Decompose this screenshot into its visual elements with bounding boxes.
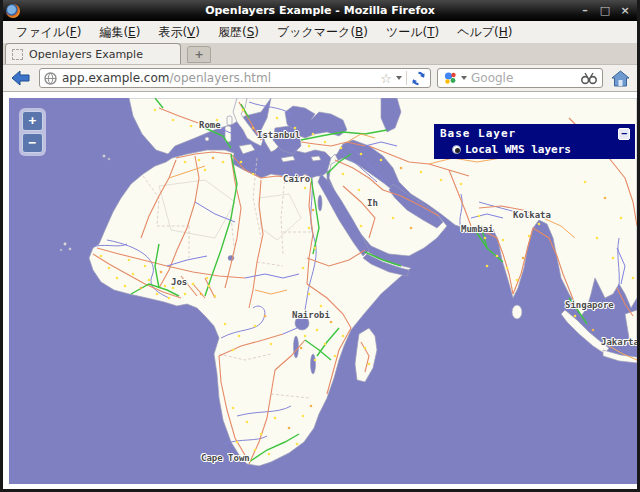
menubar: ファイル(F)編集(E)表示(V)履歴(S)ブックマーク(B)ツール(T)ヘルプ…	[3, 21, 637, 43]
layer-switcher-title: Base Layer	[440, 127, 629, 140]
back-button[interactable]	[9, 68, 33, 88]
new-tab-button[interactable]: +	[187, 46, 211, 63]
firefox-window: Openlayers Example - Mozilla Firefox – □…	[0, 0, 640, 492]
map-label: Rome	[199, 120, 221, 130]
menu-f[interactable]: ファイル(F)	[7, 21, 90, 43]
divider	[406, 71, 407, 85]
layer-row: Local WMS layers	[452, 143, 629, 156]
menu-b[interactable]: ブックマーク(B)	[268, 21, 377, 43]
search-engine-dropdown-icon[interactable]	[461, 76, 467, 80]
layer-list: Local WMS layers	[440, 143, 629, 156]
tab-label: Openlayers Example	[29, 48, 143, 61]
map-label: Jakarta	[601, 337, 637, 347]
map-label: Singapore	[565, 300, 614, 310]
google-icon	[443, 71, 457, 85]
tab-openlayers-example[interactable]: Openlayers Example	[5, 43, 181, 64]
zoom-in-button[interactable]: +	[22, 111, 43, 131]
map-label: Mumbai	[461, 224, 494, 234]
home-button[interactable]	[609, 68, 631, 88]
bookmark-star-icon[interactable]: ☆	[380, 72, 392, 85]
url-path: /openlayers.html	[170, 71, 272, 85]
search-box[interactable]: Google	[437, 68, 603, 88]
back-arrow-icon	[11, 70, 31, 86]
menu-s[interactable]: 履歴(S)	[209, 21, 268, 43]
url-dropdown-icon[interactable]	[396, 76, 402, 80]
zoom-out-button[interactable]: −	[22, 133, 43, 153]
menu-e[interactable]: 編集(E)	[90, 21, 149, 43]
openlayers-map[interactable]: RomeIstanbulCairoIhJosNairobiMumbaiKolka…	[9, 98, 637, 484]
minimize-button[interactable]: –	[578, 0, 592, 21]
map-label: Cape Town	[201, 453, 250, 463]
url-host: app.example.com	[62, 71, 170, 85]
menu-t[interactable]: ツール(T)	[377, 21, 448, 43]
zoom-control: + −	[19, 108, 46, 156]
layer-radio[interactable]	[452, 145, 461, 154]
map-label: Istanbul	[257, 130, 300, 140]
map-label: Ih	[367, 198, 378, 208]
map-label: Cairo	[283, 174, 310, 184]
navigation-toolbar: app.example.com/openlayers.html ☆	[3, 65, 637, 92]
home-icon	[611, 70, 630, 87]
layer-switcher-minimize-button[interactable]: −	[618, 128, 630, 140]
binoculars-icon[interactable]	[581, 72, 597, 85]
titlebar: Openlayers Example - Mozilla Firefox – □…	[0, 0, 640, 21]
maximize-button[interactable]: □	[598, 0, 612, 21]
map-label: Nairobi	[292, 310, 330, 320]
map-label: Kolkata	[513, 210, 551, 220]
search-input[interactable]: Google	[471, 71, 577, 85]
layer-switcher: Base Layer − Local WMS layers	[434, 124, 635, 159]
globe-icon	[44, 72, 57, 85]
layer-label: Local WMS layers	[465, 143, 571, 156]
menu-h[interactable]: ヘルプ(H)	[448, 21, 521, 43]
page-content: RomeIstanbulCairoIhJosNairobiMumbaiKolka…	[3, 92, 637, 490]
tab-favicon-placeholder-icon	[12, 49, 23, 60]
window-title: Openlayers Example - Mozilla Firefox	[0, 4, 640, 17]
menu-v[interactable]: 表示(V)	[149, 21, 209, 43]
map-label: Jos	[171, 277, 187, 287]
tabbar: Openlayers Example +	[3, 43, 637, 65]
reload-icon[interactable]	[411, 71, 426, 86]
close-button[interactable]: ×	[618, 0, 632, 21]
url-bar[interactable]: app.example.com/openlayers.html ☆	[39, 68, 431, 88]
